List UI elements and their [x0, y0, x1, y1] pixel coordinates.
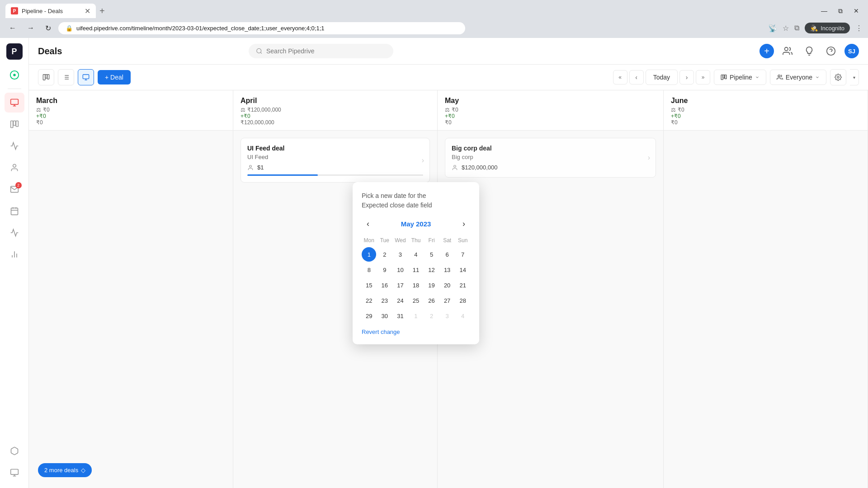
cal-day-29[interactable]: 29	[362, 309, 376, 323]
cal-day-3[interactable]: 3	[393, 247, 407, 262]
cal-day-28[interactable]: 28	[456, 293, 470, 308]
tab-favicon: P	[11, 7, 18, 14]
cal-day-jun-3[interactable]: 3	[440, 309, 454, 323]
cal-day-15[interactable]: 15	[362, 278, 376, 292]
window-restore-button[interactable]: ⧉	[833, 7, 848, 15]
pipeline-dropdown-button[interactable]: Pipeline	[714, 70, 766, 85]
contacts-header-icon[interactable]	[779, 43, 796, 59]
cal-day-21[interactable]: 21	[456, 278, 470, 292]
revert-change-link[interactable]: Revert change	[362, 328, 470, 335]
cal-day-23[interactable]: 23	[377, 293, 392, 308]
cal-day-10[interactable]: 10	[393, 263, 407, 277]
person-icon	[247, 164, 254, 171]
sidebar-item-kanban[interactable]	[5, 114, 24, 134]
sidebar-item-calendar[interactable]	[5, 201, 24, 221]
today-button[interactable]: Today	[646, 70, 678, 85]
cal-day-8[interactable]: 8	[362, 263, 376, 277]
new-tab-button[interactable]: +	[96, 6, 108, 16]
cal-day-jun-1[interactable]: 1	[409, 309, 423, 323]
cal-day-4[interactable]: 4	[409, 247, 423, 262]
extensions-icon[interactable]: ⧉	[794, 24, 799, 32]
cal-day-30[interactable]: 30	[377, 309, 392, 323]
month-header-row: March ⚖ ₹0 +₹0 ₹0 April	[29, 90, 868, 131]
cal-day-25[interactable]: 25	[409, 293, 423, 308]
svg-rect-38	[725, 75, 726, 79]
bookmark-icon[interactable]: ☆	[783, 24, 789, 33]
cal-day-13[interactable]: 13	[440, 263, 454, 277]
svg-rect-9	[11, 208, 18, 215]
cal-day-2[interactable]: 2	[377, 247, 392, 262]
search-bar[interactable]	[249, 44, 393, 58]
timeline-view-icon	[82, 74, 90, 81]
sidebar-item-deals[interactable]	[5, 93, 24, 113]
sidebar-divider	[8, 89, 21, 89]
datepicker-prev-button[interactable]: ‹	[362, 217, 374, 230]
everyone-selector: Everyone	[770, 70, 826, 85]
more-deals-button[interactable]: 2 more deals ◇	[38, 463, 92, 477]
cal-day-31[interactable]: 31	[393, 309, 407, 323]
list-view-button[interactable]	[58, 69, 74, 85]
browser-forward-button[interactable]: →	[24, 22, 38, 34]
cal-day-14[interactable]: 14	[456, 263, 470, 277]
window-minimize-button[interactable]: —	[816, 7, 833, 15]
address-bar[interactable]: 🔒 uifeed.pipedrive.com/timeline/month/20…	[58, 22, 465, 34]
cal-day-jun-4[interactable]: 4	[456, 309, 470, 323]
june-balance-icon: ⚖	[671, 107, 676, 113]
datepicker-next-button[interactable]: ›	[458, 217, 470, 230]
nav-last-button[interactable]: »	[696, 70, 710, 84]
nav-first-button[interactable]: «	[613, 70, 627, 84]
sidebar-item-contacts[interactable]	[5, 158, 24, 178]
cal-day-27[interactable]: 27	[440, 293, 454, 308]
window-close-button[interactable]: ✕	[848, 7, 864, 15]
cal-day-20[interactable]: 20	[440, 278, 454, 292]
nav-prev-button[interactable]: ‹	[629, 70, 644, 84]
april-deal-card[interactable]: UI Feed deal UI Feed $1 ›	[241, 138, 430, 183]
sidebar-item-campaigns[interactable]	[5, 136, 24, 156]
cal-day-18[interactable]: 18	[409, 278, 423, 292]
kanban-view-button[interactable]	[38, 69, 54, 85]
help-icon[interactable]	[823, 43, 839, 59]
browser-refresh-button[interactable]: ↻	[42, 22, 55, 34]
global-add-button[interactable]: +	[760, 44, 774, 58]
cal-day-6[interactable]: 6	[440, 247, 454, 262]
lightbulb-icon[interactable]	[801, 43, 817, 59]
sidebar-item-insights[interactable]	[5, 244, 24, 264]
tab-close-button[interactable]: ✕	[85, 7, 90, 15]
cal-day-16[interactable]: 16	[377, 278, 392, 292]
cal-day-7[interactable]: 7	[456, 247, 470, 262]
everyone-dropdown-button[interactable]: Everyone	[770, 70, 826, 85]
timeline-view-button[interactable]	[78, 69, 94, 85]
settings-chevron-button[interactable]: ▾	[850, 69, 859, 85]
browser-tab[interactable]: P Pipeline - Deals ✕	[5, 4, 96, 18]
browser-back-button[interactable]: ←	[5, 22, 20, 34]
may-deal-card[interactable]: Big corp deal Big corp $120,000,000 ›	[445, 138, 656, 178]
cal-day-jun-2[interactable]: 2	[425, 309, 439, 323]
deal-value: $1	[257, 164, 264, 171]
sidebar-item-settings[interactable]	[5, 463, 24, 483]
sidebar-item-email[interactable]: 2	[5, 179, 24, 199]
timeline-settings-button[interactable]	[830, 69, 846, 85]
activity-icon	[9, 70, 19, 80]
cal-day-19[interactable]: 19	[425, 278, 439, 292]
cal-day-9[interactable]: 9	[377, 263, 392, 277]
sidebar-item-products[interactable]	[5, 441, 24, 461]
cal-day-24[interactable]: 24	[393, 293, 407, 308]
cal-day-22[interactable]: 22	[362, 293, 376, 308]
cal-day-11[interactable]: 11	[409, 263, 423, 277]
search-input[interactable]	[266, 47, 386, 55]
user-avatar[interactable]: SJ	[844, 44, 859, 58]
sidebar-item-reports[interactable]	[5, 223, 24, 243]
cal-day-5[interactable]: 5	[425, 247, 439, 262]
svg-point-40	[837, 76, 839, 78]
cal-day-12[interactable]: 12	[425, 263, 439, 277]
sidebar-item-activity[interactable]	[5, 65, 24, 85]
march-amount-bottom: ₹0	[36, 119, 43, 126]
cal-day-1[interactable]: 1	[362, 247, 376, 262]
browser-menu-icon[interactable]: ⋮	[855, 24, 863, 33]
cal-day-17[interactable]: 17	[393, 278, 407, 292]
app-logo[interactable]: P	[6, 43, 23, 60]
nav-next-button[interactable]: ›	[679, 70, 694, 84]
add-deal-button[interactable]: + Deal	[98, 70, 131, 84]
cal-day-26[interactable]: 26	[425, 293, 439, 308]
march-amount-row3: ₹0	[36, 119, 226, 126]
